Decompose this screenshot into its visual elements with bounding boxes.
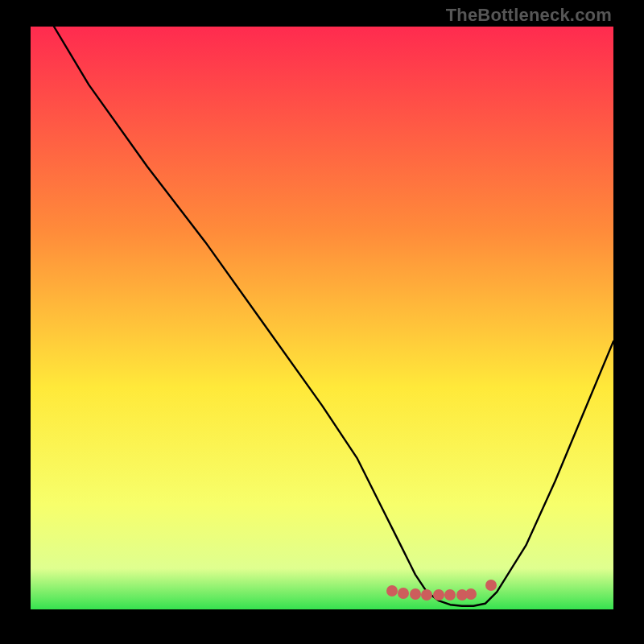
marker-flat-region-left [386,585,398,597]
curve-layer [31,27,613,609]
marker-flat-region-mid4 [433,589,444,601]
marker-flat-region-mid2 [410,588,421,600]
watermark-text: TheBottleneck.com [446,5,612,26]
bottleneck-curve [54,27,613,606]
marker-flat-region-mid1 [398,588,409,599]
marker-flat-region-mid3 [421,589,432,601]
chart-frame: TheBottleneck.com [0,0,644,644]
marker-flat-region-mid5 [444,589,456,601]
marker-flat-region-right [485,580,497,591]
plot-area [31,27,613,609]
marker-flat-region-mid7 [465,588,477,600]
